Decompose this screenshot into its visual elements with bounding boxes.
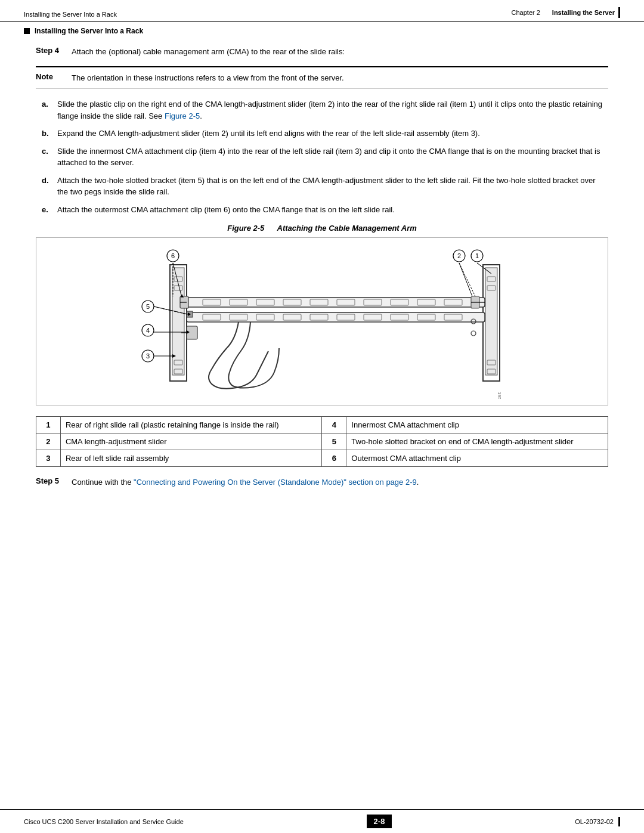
step5-row: Step 5 Continue with the "Connecting and… [36, 476, 608, 488]
footer-part-number: OL-20732-02 [575, 817, 620, 826]
svg-text:3: 3 [146, 352, 150, 360]
item-num-4: 4 [322, 417, 346, 433]
item-desc-5: Two-hole slotted bracket on end of CMA l… [346, 433, 608, 450]
sub-item-e: e. Attach the outermost CMA attachment c… [42, 204, 608, 216]
item-num-1: 1 [36, 417, 61, 433]
sub-item-d-text: Attach the two-hole slotted bracket (ite… [57, 175, 608, 198]
sub-item-e-text: Attach the outermost CMA attachment clip… [57, 204, 608, 216]
sub-item-a-text: Slide the plastic clip on the right end … [57, 98, 608, 122]
svg-rect-25 [187, 298, 485, 307]
header-right: Chapter 2 Installing the Server [512, 7, 620, 18]
footer-divider [618, 817, 620, 826]
item-num-3: 3 [36, 450, 61, 467]
svg-text:5: 5 [146, 303, 150, 310]
note-box: Note The orientation in these instructio… [36, 66, 608, 89]
subheader-label: Installing the Server Into a Rack [35, 27, 143, 35]
header-divider [618, 7, 620, 18]
sub-item-e-label: e. [42, 204, 52, 216]
sub-item-d: d. Attach the two-hole slotted bracket (… [42, 175, 608, 198]
main-content: Step 4 Attach the (optional) cable manag… [0, 40, 644, 509]
page-subheader: Installing the Server Into a Rack [0, 22, 644, 40]
item-num-2: 2 [36, 433, 61, 450]
svg-rect-36 [187, 312, 485, 322]
sub-item-c-text: Slide the innermost CMA attachment clip … [57, 145, 608, 169]
item-desc-4: Innermost CMA attachment clip [346, 417, 608, 433]
page-footer: Cisco UCS C200 Server Installation and S… [0, 809, 644, 833]
sub-item-c: c. Slide the innermost CMA attachment cl… [42, 145, 608, 169]
note-label: Note [36, 72, 66, 81]
sub-item-a: a. Slide the plastic clip on the right e… [42, 98, 608, 122]
step5-label: Step 5 [36, 476, 66, 485]
item-num-5: 5 [322, 433, 346, 450]
sub-items-list: a. Slide the plastic clip on the right e… [36, 98, 608, 215]
item-desc-2: CMA length-adjustment slider [60, 433, 322, 450]
item-desc-1: Rear of right slide rail (plastic retain… [60, 417, 322, 433]
page-number: 2-8 [367, 815, 392, 828]
figure-caption: Figure 2-5 Attaching the Cable Managemen… [36, 224, 608, 233]
subheader-icon [24, 28, 30, 34]
step4-label: Step 4 [36, 46, 66, 55]
sub-item-d-label: d. [42, 175, 52, 187]
sub-item-b: b. Expand the CMA length-adjustment slid… [42, 128, 608, 140]
figure-diagram: 6 2 1 5 4 3 [36, 237, 608, 405]
svg-text:1: 1 [475, 252, 479, 259]
part-number-text: OL-20732-02 [575, 818, 614, 825]
svg-text:195969: 195969 [497, 392, 502, 399]
table-row: 3 Rear of left slide rail assembly 6 Out… [36, 450, 608, 467]
sub-item-a-label: a. [42, 98, 52, 110]
item-desc-3: Rear of left slide rail assembly [60, 450, 322, 467]
header-subheading: Installing the Server Into a Rack [24, 11, 117, 18]
table-row: 1 Rear of right slide rail (plastic reta… [36, 417, 608, 433]
svg-text:4: 4 [146, 327, 150, 334]
item-num-6: 6 [322, 450, 346, 467]
page-header: Installing the Server Into a Rack Chapte… [0, 0, 644, 22]
parts-table: 1 Rear of right slide rail (plastic reta… [36, 416, 608, 467]
step5-text: Continue with the "Connecting and Poweri… [72, 476, 419, 488]
cma-diagram-svg: 6 2 1 5 4 3 [119, 244, 525, 399]
sub-item-c-label: c. [42, 145, 52, 157]
table-row: 2 CMA length-adjustment slider 5 Two-hol… [36, 433, 608, 450]
step5-link[interactable]: "Connecting and Powering On the Server (… [134, 478, 417, 487]
footer-doc-title: Cisco UCS C200 Server Installation and S… [24, 818, 184, 825]
sub-item-b-label: b. [42, 128, 52, 140]
note-text: The orientation in these instructions re… [72, 72, 344, 84]
svg-text:2: 2 [457, 252, 461, 259]
figure-title: Attaching the Cable Management Arm [277, 224, 417, 233]
footer-right-inner: OL-20732-02 [575, 817, 620, 826]
sub-item-b-text: Expand the CMA length-adjustment slider … [57, 128, 608, 140]
step4-row: Step 4 Attach the (optional) cable manag… [36, 46, 608, 58]
subheader-text: Installing the Server Into a Rack [24, 11, 117, 18]
step4-text: Attach the (optional) cable management a… [72, 46, 345, 58]
header-title: Installing the Server [552, 9, 615, 16]
chapter-label: Chapter 2 [512, 9, 540, 16]
figure-2-5-link[interactable]: Figure 2-5 [165, 112, 200, 120]
header-title-group: Installing the Server [552, 7, 620, 18]
svg-text:6: 6 [171, 252, 175, 259]
item-desc-6: Outermost CMA attachment clip [346, 450, 608, 467]
svg-rect-14 [485, 268, 497, 375]
figure-number: Figure 2-5 [227, 224, 275, 233]
